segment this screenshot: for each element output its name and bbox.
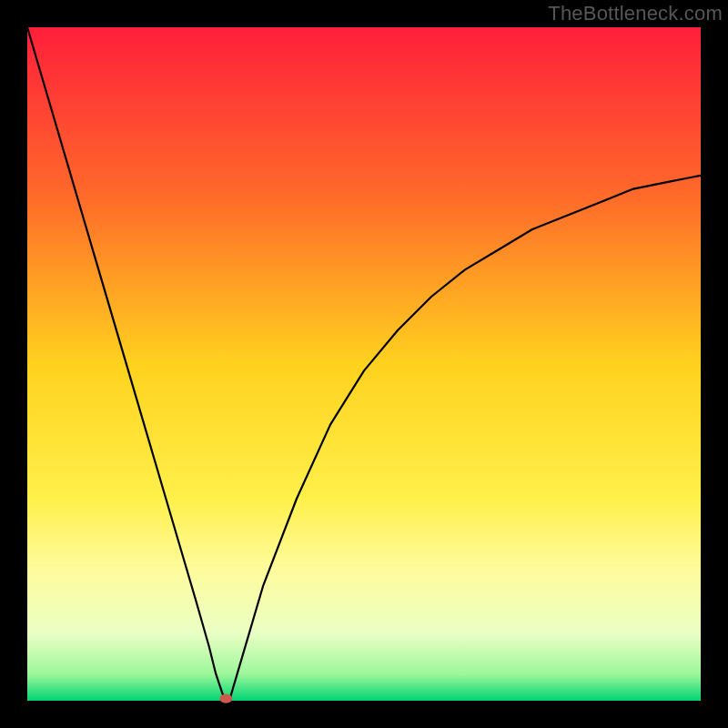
minimum-marker: [219, 694, 232, 703]
plot-background: [27, 27, 701, 701]
bottleneck-chart: [0, 0, 728, 728]
watermark-text: TheBottleneck.com: [548, 2, 723, 25]
